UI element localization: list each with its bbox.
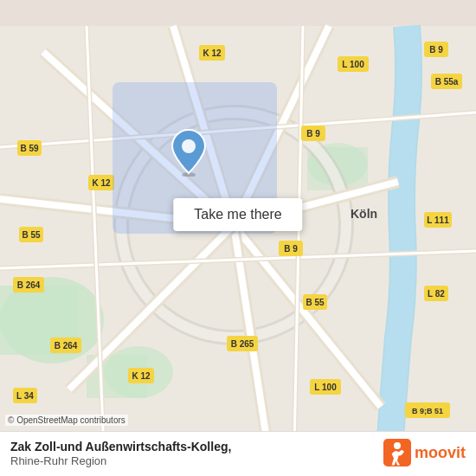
svg-text:K 12: K 12 xyxy=(92,178,111,188)
svg-text:B 9: B 9 xyxy=(306,129,320,138)
svg-text:L 34: L 34 xyxy=(16,391,34,401)
svg-text:B 9: B 9 xyxy=(284,244,298,254)
svg-text:L 100: L 100 xyxy=(342,60,364,69)
svg-text:K 12: K 12 xyxy=(203,48,222,58)
svg-text:B 59: B 59 xyxy=(20,144,39,153)
location-info: Zak Zoll-und Außenwirtschafts-Kolleg, Rh… xyxy=(10,439,383,467)
svg-text:L 100: L 100 xyxy=(314,383,337,392)
location-name: Zak Zoll-und Außenwirtschafts-Kolleg, xyxy=(10,439,383,454)
moovit-logo: moovit xyxy=(383,439,466,466)
svg-text:B 55a: B 55a xyxy=(435,77,459,87)
location-region: Rhine-Ruhr Region xyxy=(10,454,383,467)
svg-text:Köln: Köln xyxy=(351,207,377,221)
svg-text:B 264: B 264 xyxy=(17,280,41,290)
svg-text:B 9;B 51: B 9;B 51 xyxy=(412,407,443,415)
svg-text:B 264: B 264 xyxy=(55,341,78,351)
svg-text:B 265: B 265 xyxy=(231,339,254,349)
take-me-there-button[interactable]: Take me there xyxy=(173,198,302,231)
svg-point-49 xyxy=(182,139,196,153)
map-attribution: © OpenStreetMap contributors xyxy=(5,415,128,426)
svg-text:B 55: B 55 xyxy=(22,230,41,240)
svg-text:L 82: L 82 xyxy=(428,289,445,299)
location-pin xyxy=(170,128,208,180)
moovit-icon xyxy=(383,439,411,466)
moovit-text: moovit xyxy=(415,444,466,462)
svg-text:B 55: B 55 xyxy=(306,298,325,307)
bottom-bar: Zak Zoll-und Außenwirtschafts-Kolleg, Rh… xyxy=(0,431,476,476)
attribution-text: © OpenStreetMap contributors xyxy=(8,415,125,425)
svg-text:L 111: L 111 xyxy=(427,215,449,225)
svg-text:B 9: B 9 xyxy=(429,45,443,55)
svg-point-51 xyxy=(394,442,401,449)
svg-text:K 12: K 12 xyxy=(132,371,151,381)
map-container: B 9 K 12 L 100 B 55a B 59 B 9 K 12 B 55 … xyxy=(0,0,476,476)
